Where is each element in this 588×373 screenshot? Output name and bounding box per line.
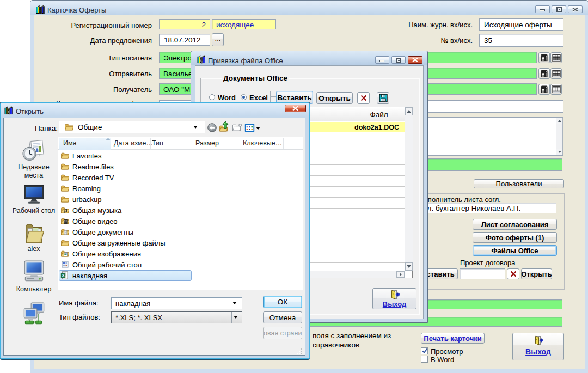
svg-text:X: X <box>62 273 65 278</box>
